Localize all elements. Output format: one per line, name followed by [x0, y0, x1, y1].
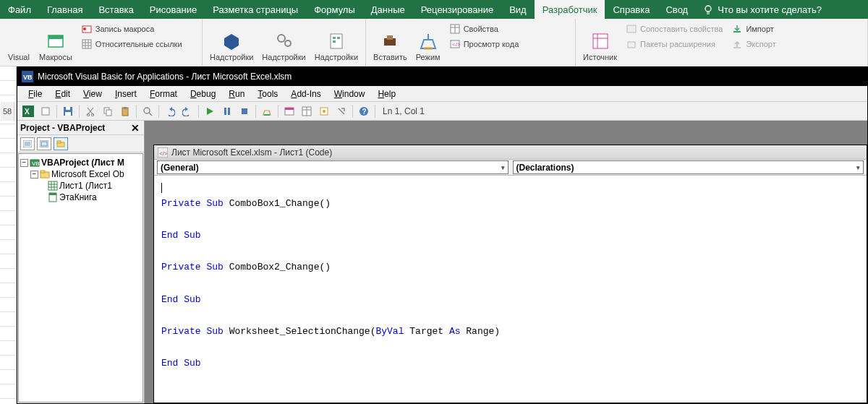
- insert-control-button[interactable]: Вставить: [370, 20, 410, 62]
- tb-cut-button[interactable]: [82, 103, 98, 119]
- project-tree[interactable]: − VB VBAProject (Лист M − Microsoft Exce…: [18, 153, 143, 403]
- vbe-menu-file[interactable]: File: [22, 87, 48, 100]
- tb-excel-icon[interactable]: X: [20, 103, 36, 119]
- tb-object-browser-button[interactable]: [316, 103, 332, 119]
- svg-rect-55: [224, 108, 226, 115]
- tree-collapse-icon[interactable]: −: [20, 159, 28, 167]
- tb-toolbox-button[interactable]: [333, 103, 349, 119]
- vbe-menu-add-ins[interactable]: Add-Ins: [284, 87, 327, 100]
- tb-insert-dropdown[interactable]: [38, 103, 54, 119]
- cursor-position-status: Ln 1, Col 1: [378, 106, 429, 116]
- tb-redo-button[interactable]: [179, 103, 195, 119]
- excel-tab-главная[interactable]: Главная: [39, 0, 90, 19]
- tree-workbook-label[interactable]: ЭтаКнига: [59, 192, 97, 202]
- svg-rect-43: [65, 112, 71, 116]
- object-dropdown[interactable]: (General) ▾: [157, 160, 509, 174]
- tb-break-button[interactable]: [219, 103, 235, 119]
- import-icon: [731, 23, 743, 35]
- worksheet-icon: [48, 181, 58, 191]
- addins-2-button[interactable]: Надстройки: [259, 20, 308, 62]
- tb-design-mode-button[interactable]: [259, 103, 275, 119]
- svg-marker-52: [169, 107, 172, 111]
- addins-1-button[interactable]: Надстройки: [207, 20, 256, 62]
- folder-icon: [40, 169, 50, 179]
- toggle-folders-tb-button[interactable]: [54, 137, 68, 150]
- view-code-tb-button[interactable]: [20, 137, 35, 150]
- vbe-menu-help[interactable]: Help: [371, 87, 402, 100]
- tell-me-search[interactable]: Что вы хотите сделать?: [696, 4, 829, 15]
- tb-copy-button[interactable]: [100, 103, 116, 119]
- code-window-titlebar[interactable]: </> Лист Microsoft Excel.xlsm - Лист1 (C…: [154, 145, 867, 160]
- package-icon: [626, 38, 637, 50]
- xml-source-button[interactable]: Источник: [580, 20, 620, 62]
- excel-tab-разметка страницы[interactable]: Разметка страницы: [205, 0, 306, 19]
- excel-tab-рецензирование[interactable]: Рецензирование: [413, 0, 501, 19]
- visual-basic-button[interactable]: Visual: [4, 20, 33, 62]
- svg-text:?: ?: [362, 108, 367, 116]
- svg-rect-81: [48, 181, 57, 190]
- view-object-tb-button[interactable]: [37, 137, 51, 150]
- tb-paste-button[interactable]: [117, 103, 133, 119]
- vbe-menu-edit[interactable]: Edit: [48, 87, 77, 100]
- excel-tab-справка[interactable]: Справка: [605, 0, 658, 19]
- svg-marker-12: [224, 34, 239, 50]
- vbe-menu-format[interactable]: Format: [143, 87, 184, 100]
- vbe-titlebar[interactable]: VB Microsoft Visual Basic for Applicatio…: [17, 67, 867, 86]
- design-mode-button[interactable]: Режим: [413, 20, 443, 62]
- vbe-menu-insert[interactable]: Insert: [109, 87, 143, 100]
- svg-rect-87: [49, 193, 56, 195]
- tree-folder-label[interactable]: Microsoft Excel Ob: [51, 169, 124, 179]
- macros-button[interactable]: Макросы: [36, 20, 75, 62]
- tb-find-button[interactable]: [140, 103, 156, 119]
- excel-tab-вид[interactable]: Вид: [501, 0, 535, 19]
- excel-ribbon: Visual Макросы Запись макроса Относитель…: [0, 19, 868, 66]
- properties-icon: [449, 23, 461, 35]
- tb-project-explorer-button[interactable]: [281, 103, 297, 119]
- excel-tab-разработчик[interactable]: Разработчик: [535, 0, 605, 19]
- excel-tab-файл[interactable]: Файл: [0, 0, 39, 19]
- tree-project-label[interactable]: VBAProject (Лист M: [41, 158, 124, 168]
- tree-collapse-icon[interactable]: −: [30, 171, 38, 179]
- vbe-menu-view[interactable]: View: [77, 87, 109, 100]
- chevron-down-icon: ▾: [856, 164, 860, 171]
- svg-rect-47: [106, 110, 111, 116]
- vbe-menu-window[interactable]: Window: [328, 87, 372, 100]
- tb-undo-button[interactable]: [162, 103, 178, 119]
- tb-run-button[interactable]: [202, 103, 218, 119]
- svg-rect-74: [41, 142, 47, 146]
- map-properties-button: Сопоставить свойства: [623, 22, 726, 36]
- svg-rect-32: [627, 25, 636, 33]
- vbe-menu-run[interactable]: Run: [222, 87, 251, 100]
- code-editor[interactable]: Private Sub ComboBox1_Change() End Sub P…: [154, 176, 867, 403]
- svg-point-6: [83, 27, 86, 30]
- tree-sheet-label[interactable]: Лист1 (Лист1: [59, 181, 112, 191]
- excel-tab-вставка[interactable]: Вставка: [90, 0, 141, 19]
- svg-point-13: [278, 35, 285, 42]
- toolbar-side-label: 58: [1, 102, 14, 121]
- svg-rect-40: [42, 108, 49, 115]
- excel-tab-рисование[interactable]: Рисование: [142, 0, 205, 19]
- grid-icon: [81, 38, 93, 50]
- procedure-dropdown[interactable]: (Declarations) ▾: [513, 160, 864, 174]
- vbe-menu-tools[interactable]: Tools: [251, 87, 284, 100]
- tb-save-button[interactable]: [60, 103, 76, 119]
- vbe-menu-debug[interactable]: Debug: [184, 87, 222, 100]
- close-icon[interactable]: ✕: [129, 122, 141, 134]
- excel-tab-свод[interactable]: Свод: [658, 0, 696, 19]
- relative-refs-button[interactable]: Относительные ссылки: [78, 37, 185, 51]
- tb-help-button[interactable]: ?: [356, 103, 372, 119]
- import-button[interactable]: Импорт: [728, 22, 778, 36]
- record-macro-button[interactable]: Запись макроса: [78, 22, 185, 36]
- excel-tab-формулы[interactable]: Формулы: [306, 0, 363, 19]
- excel-ribbon-tabs: ФайлГлавнаяВставкаРисованиеРазметка стра…: [0, 0, 868, 19]
- tb-properties-button[interactable]: [299, 103, 315, 119]
- svg-rect-57: [242, 108, 247, 114]
- tb-reset-button[interactable]: [237, 103, 252, 119]
- svg-point-0: [705, 6, 711, 12]
- lightbulb-icon: [703, 4, 713, 14]
- properties-button[interactable]: Свойства: [446, 22, 522, 36]
- view-code-button[interactable]: </> Просмотр кода: [446, 37, 522, 51]
- excel-tab-данные[interactable]: Данные: [363, 0, 413, 19]
- addins-3-button[interactable]: Надстройки: [312, 20, 361, 62]
- svg-rect-76: [57, 141, 61, 143]
